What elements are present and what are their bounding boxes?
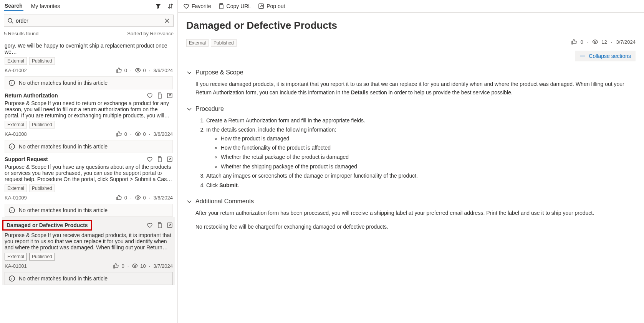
search-tabs: Search My favorites <box>0 0 177 12</box>
section-header[interactable]: Procedure <box>186 105 636 112</box>
heart-icon[interactable] <box>147 156 153 162</box>
clear-search-icon[interactable] <box>164 18 170 24</box>
result-item[interactable]: Support Request Purpose & Scope If you h… <box>2 153 175 217</box>
copy-icon <box>218 3 224 9</box>
badge: Published <box>29 57 55 65</box>
pop-out-icon[interactable] <box>167 156 173 162</box>
article-content: Damaged or Defective Products External P… <box>178 13 644 247</box>
article-badges: External Published <box>186 39 237 47</box>
no-other-matches: No other matches found in this article <box>5 204 173 217</box>
article-section: Additional Comments After your return au… <box>186 198 636 231</box>
badge-external: External <box>186 39 209 47</box>
views-icon <box>132 263 138 269</box>
result-id: KA-01001 <box>5 263 27 269</box>
like-icon <box>116 67 122 73</box>
badge: Published <box>29 121 55 129</box>
badge: External <box>5 121 27 129</box>
tab-search[interactable]: Search <box>4 1 23 11</box>
right-panel: Favorite Copy URL Pop out Damaged or Def… <box>178 0 644 323</box>
result-snippet: Purpose & Scope If you need to return or… <box>5 100 173 119</box>
search-icon <box>7 18 13 24</box>
result-stats: 0 · 0 · 3/6/2024 <box>116 194 173 201</box>
pop-out-action[interactable]: Pop out <box>258 3 285 9</box>
article-section: Purpose & Scope If you receive damaged p… <box>186 69 636 97</box>
svg-point-13 <box>134 265 136 267</box>
article-title: Damaged or Defective Products <box>186 20 636 31</box>
info-icon <box>9 80 15 86</box>
result-id: KA-01008 <box>5 131 27 137</box>
section-header[interactable]: Additional Comments <box>186 198 636 205</box>
svg-point-9 <box>137 197 139 198</box>
svg-point-0 <box>8 18 12 22</box>
info-icon <box>9 207 15 213</box>
heart-icon[interactable] <box>147 222 153 228</box>
badge: External <box>5 57 27 65</box>
result-item[interactable]: Damaged or Defective Products Purpose & … <box>2 217 175 285</box>
section-heading-text: Purpose & Scope <box>195 69 243 76</box>
info-icon <box>9 275 15 282</box>
badge: External <box>5 185 27 192</box>
pop-out-icon <box>258 3 264 9</box>
result-title: Return Authorization <box>5 92 58 99</box>
results-list[interactable]: gory. We will be happy to overnight ship… <box>0 38 177 323</box>
article-section: Procedure Create a Return Authorization … <box>186 105 636 190</box>
collapse-icon <box>579 53 586 59</box>
svg-rect-11 <box>158 224 162 228</box>
pop-out-icon[interactable] <box>167 222 173 228</box>
section-header[interactable]: Purpose & Scope <box>186 69 636 76</box>
no-other-matches: No other matches found in this article <box>5 76 173 89</box>
search-input[interactable] <box>13 18 164 24</box>
results-count: 5 Results found <box>4 31 38 36</box>
badge: External <box>5 253 27 260</box>
svg-point-5 <box>137 133 139 135</box>
svg-rect-3 <box>158 94 162 98</box>
article-actions: Favorite Copy URL Pop out <box>178 0 644 13</box>
copy-icon[interactable] <box>157 92 163 99</box>
no-other-matches: No other matches found in this article <box>5 272 173 285</box>
views-icon <box>135 194 141 201</box>
svg-rect-7 <box>158 158 162 162</box>
copy-url-action[interactable]: Copy URL <box>218 3 252 9</box>
result-stats: 0 · 10 · 3/7/2024 <box>113 263 173 269</box>
left-panel: Search My favorites 5 Results found Sort… <box>0 0 178 323</box>
info-icon <box>9 143 15 150</box>
chevron-down-icon <box>186 69 192 76</box>
sort-icon[interactable] <box>167 3 174 9</box>
result-title: Damaged or Defective Products <box>2 220 92 231</box>
chevron-down-icon <box>186 106 192 112</box>
copy-icon[interactable] <box>157 156 163 162</box>
section-body: Create a Return Authorization form and f… <box>186 116 636 190</box>
result-stats: 0 · 0 · 3/6/2024 <box>116 67 173 73</box>
like-icon <box>116 194 122 201</box>
no-other-matches: No other matches found in this article <box>5 140 173 153</box>
svg-rect-15 <box>220 5 223 9</box>
filter-icon[interactable] <box>155 3 161 9</box>
result-item[interactable]: Return Authorization Purpose & Scope If … <box>2 89 175 153</box>
tab-favorites[interactable]: My favorites <box>30 2 61 11</box>
result-stats: 0 · 0 · 3/6/2024 <box>116 131 173 137</box>
copy-icon[interactable] <box>157 222 163 228</box>
svg-point-1 <box>137 69 139 71</box>
collapse-sections-button[interactable]: Collapse sections <box>575 51 636 61</box>
favorite-action[interactable]: Favorite <box>183 3 211 9</box>
section-body: After your return authorization form has… <box>186 209 636 231</box>
result-snippet: Purpose & Scope If you receive damaged p… <box>5 232 173 250</box>
views-icon <box>135 131 141 137</box>
search-box <box>4 15 174 27</box>
svg-point-17 <box>594 41 596 43</box>
result-title: Support Request <box>5 156 48 162</box>
result-snippet: Purpose & Scope If you have any question… <box>5 164 173 182</box>
like-icon <box>113 263 119 269</box>
section-heading-text: Additional Comments <box>195 198 254 205</box>
pop-out-icon[interactable] <box>167 92 173 99</box>
like-icon <box>116 131 122 137</box>
heart-icon[interactable] <box>147 92 153 99</box>
result-snippet: gory. We will be happy to overnight ship… <box>5 43 173 55</box>
result-item[interactable]: gory. We will be happy to overnight ship… <box>2 38 175 89</box>
result-id: KA-01009 <box>5 195 27 201</box>
result-id: KA-01002 <box>5 68 27 73</box>
heart-icon <box>183 3 189 9</box>
badge: Published <box>29 185 55 192</box>
badge-published: Published <box>211 39 237 47</box>
views-icon <box>135 67 141 73</box>
